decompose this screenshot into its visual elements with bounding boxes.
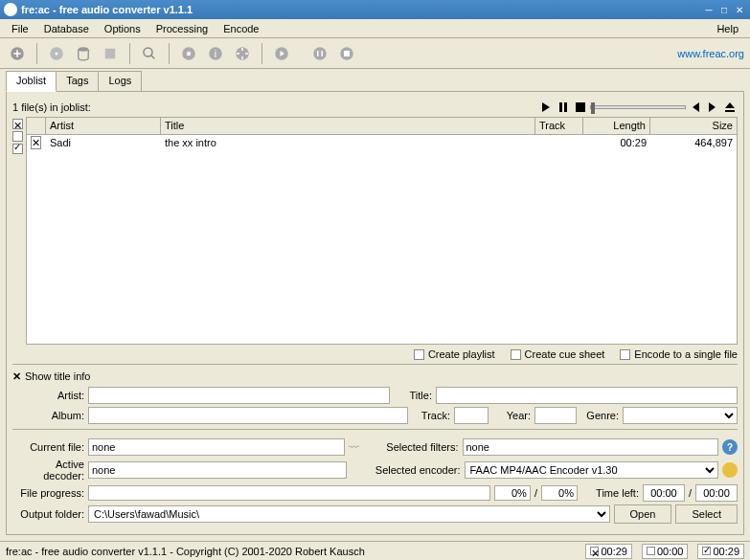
encoder-settings-icon[interactable] bbox=[722, 462, 738, 478]
svg-text:i: i bbox=[215, 47, 216, 58]
titleinfo-header: Show title info bbox=[25, 370, 90, 382]
encoder-select[interactable]: FAAC MP4/AAC Encoder v1.30 bbox=[465, 461, 719, 479]
svg-rect-17 bbox=[576, 102, 585, 112]
progress-bar bbox=[88, 485, 490, 501]
select-button[interactable]: Select bbox=[675, 504, 738, 524]
close-button[interactable]: ✕ bbox=[733, 3, 746, 16]
row-checkbox[interactable]: ✕ bbox=[31, 136, 41, 149]
col-track[interactable]: Track bbox=[535, 118, 583, 134]
menu-file[interactable]: File bbox=[4, 21, 36, 36]
add-files-button[interactable] bbox=[6, 42, 29, 65]
cell-artist: Sadi bbox=[46, 136, 161, 149]
gear-icon[interactable] bbox=[231, 42, 254, 65]
svg-point-12 bbox=[313, 47, 327, 60]
settings-icon[interactable] bbox=[177, 42, 200, 65]
create-cue-checkbox[interactable] bbox=[511, 349, 521, 360]
encode-single-label: Encode to a single file bbox=[634, 348, 738, 360]
genre-select[interactable] bbox=[623, 407, 738, 424]
menu-database[interactable]: Database bbox=[36, 21, 97, 36]
track-input[interactable] bbox=[454, 407, 489, 424]
artist-label: Artist: bbox=[12, 390, 84, 401]
genre-label: Genre: bbox=[580, 410, 619, 421]
menu-help[interactable]: Help bbox=[709, 21, 746, 36]
col-artist[interactable]: Artist bbox=[46, 118, 161, 134]
select-all-checkbox[interactable]: ✕ bbox=[12, 119, 23, 129]
col-title[interactable]: Title bbox=[161, 118, 535, 134]
eject-icon[interactable] bbox=[722, 100, 738, 115]
currentfile-label: Current file: bbox=[12, 441, 84, 453]
status-time3: 00:29 bbox=[697, 544, 744, 559]
db-sub-icon[interactable] bbox=[99, 42, 122, 65]
create-playlist-checkbox[interactable] bbox=[414, 349, 424, 360]
svg-rect-15 bbox=[559, 102, 562, 112]
svg-point-2 bbox=[56, 52, 58, 55]
title-input[interactable] bbox=[436, 387, 738, 404]
status-time2: 00:00 bbox=[642, 544, 689, 559]
website-link[interactable]: www.freac.org bbox=[677, 48, 744, 59]
cd-icon[interactable] bbox=[45, 42, 68, 65]
pause-small-icon[interactable] bbox=[556, 100, 571, 115]
search-icon[interactable] bbox=[138, 42, 161, 65]
status-time1: ✕00:29 bbox=[585, 544, 632, 559]
progress1: 0% bbox=[494, 485, 531, 501]
statusbar-text: fre:ac - free audio converter v1.1.1 - C… bbox=[6, 546, 576, 557]
activedecoder-field bbox=[88, 461, 347, 479]
outputfolder-select[interactable]: C:\Users\fawad\Music\ bbox=[88, 505, 610, 523]
toggle-checkbox[interactable] bbox=[12, 144, 23, 154]
stop-small-icon[interactable] bbox=[573, 100, 588, 115]
activedecoder-label: Active decoder: bbox=[12, 459, 84, 482]
cell-track bbox=[535, 142, 583, 144]
stop-icon[interactable] bbox=[335, 42, 358, 65]
joblist-status: 1 file(s) in joblist: bbox=[12, 101, 91, 113]
seek-slider[interactable] bbox=[590, 105, 686, 109]
select-none-checkbox[interactable] bbox=[12, 131, 23, 142]
timeleft1 bbox=[643, 484, 685, 502]
maximize-button[interactable]: □ bbox=[717, 3, 731, 16]
menu-processing[interactable]: Processing bbox=[148, 21, 216, 36]
encode-single-checkbox[interactable] bbox=[620, 349, 630, 360]
info-icon[interactable]: i bbox=[204, 42, 227, 65]
close-titleinfo-icon[interactable]: ✕ bbox=[12, 370, 21, 382]
cell-title: the xx intro bbox=[161, 136, 535, 149]
tab-joblist[interactable]: Joblist bbox=[6, 71, 57, 92]
menu-encode[interactable]: Encode bbox=[216, 21, 266, 36]
create-playlist-label: Create playlist bbox=[428, 348, 495, 360]
open-button[interactable]: Open bbox=[614, 504, 672, 524]
year-input[interactable] bbox=[534, 407, 577, 424]
play-convert-icon[interactable] bbox=[270, 42, 293, 65]
tab-tags[interactable]: Tags bbox=[56, 71, 99, 92]
play-icon[interactable] bbox=[538, 100, 554, 115]
album-input[interactable] bbox=[88, 407, 408, 424]
artist-input[interactable] bbox=[88, 387, 390, 404]
help-icon[interactable]: ? bbox=[722, 439, 738, 455]
svg-point-7 bbox=[187, 51, 192, 56]
col-size[interactable]: Size bbox=[650, 118, 737, 134]
wave-icon: 〰 bbox=[349, 441, 364, 453]
db-icon[interactable] bbox=[72, 42, 95, 65]
tab-logs[interactable]: Logs bbox=[98, 71, 142, 92]
svg-rect-4 bbox=[105, 48, 116, 58]
pause-icon[interactable] bbox=[308, 42, 331, 65]
col-length[interactable]: Length bbox=[583, 118, 650, 134]
year-label: Year: bbox=[492, 410, 531, 421]
col-check[interactable] bbox=[27, 118, 46, 134]
title-label: Title: bbox=[394, 390, 432, 401]
menu-options[interactable]: Options bbox=[97, 21, 148, 36]
track-label: Track: bbox=[412, 410, 450, 421]
prev-track-icon[interactable] bbox=[688, 100, 703, 115]
next-track-icon[interactable] bbox=[705, 100, 720, 115]
minimize-button[interactable]: ─ bbox=[702, 3, 716, 16]
currentfile-field bbox=[88, 438, 345, 456]
window-title: fre:ac - free audio converter v1.1.1 bbox=[21, 4, 702, 15]
timeleft-label: Time left: bbox=[581, 487, 639, 499]
create-cue-label: Create cue sheet bbox=[525, 348, 605, 360]
selectedfilters-field bbox=[463, 438, 719, 456]
fileprogress-label: File progress: bbox=[12, 487, 84, 499]
svg-point-3 bbox=[79, 47, 89, 52]
cell-size: 464,897 bbox=[650, 136, 737, 149]
selectedencoder-label: Selected encoder: bbox=[351, 464, 461, 476]
table-row[interactable]: ✕ Sadi the xx intro 00:29 464,897 bbox=[27, 135, 737, 150]
svg-rect-14 bbox=[344, 51, 350, 56]
app-icon bbox=[4, 3, 17, 16]
album-label: Album: bbox=[12, 410, 84, 421]
